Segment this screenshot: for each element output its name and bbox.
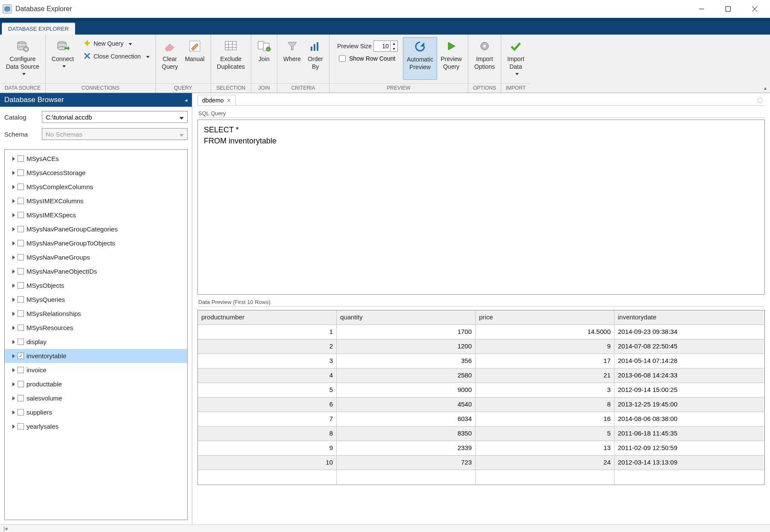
expand-icon[interactable] xyxy=(12,409,15,416)
new-query-button[interactable]: New Query xyxy=(80,37,153,50)
table-item[interactable]: MSysNavPaneGroups xyxy=(5,250,187,264)
expand-icon[interactable] xyxy=(12,240,15,247)
nav-first-button[interactable]: |◂ xyxy=(3,525,8,532)
table-checkbox[interactable] xyxy=(18,381,24,387)
table-checkbox[interactable] xyxy=(18,198,24,204)
table-item[interactable]: inventorytable xyxy=(5,349,187,363)
ribbon-tab-database-explorer[interactable]: DATABASE EXPLORER xyxy=(2,23,75,35)
expand-icon[interactable] xyxy=(12,352,15,360)
table-checkbox[interactable] xyxy=(18,367,24,373)
table-item[interactable]: MSysObjects xyxy=(5,278,187,292)
expand-icon[interactable] xyxy=(12,225,15,233)
expand-icon[interactable] xyxy=(12,169,15,176)
table-checkbox[interactable] xyxy=(18,395,24,401)
exclude-duplicates-button[interactable]: Exclude Duplicates xyxy=(214,37,248,80)
table-checkbox[interactable] xyxy=(18,184,24,190)
expand-icon[interactable] xyxy=(12,268,15,275)
column-header[interactable]: productnumber xyxy=(198,310,337,325)
sql-query-editor[interactable]: SELECT * FROM inventorytable xyxy=(197,120,765,295)
table-checkbox[interactable] xyxy=(18,423,24,430)
table-checkbox[interactable] xyxy=(18,409,24,415)
table-item[interactable]: MSysRelationships xyxy=(5,307,187,321)
expand-icon[interactable] xyxy=(12,282,15,289)
table-checkbox[interactable] xyxy=(18,170,24,176)
table-row[interactable]: 8835052011-06-18 11:45:35 xyxy=(198,427,764,441)
configure-data-source-button[interactable]: Configure Data Source xyxy=(3,37,43,80)
table-checkbox[interactable] xyxy=(18,339,24,345)
tabs-overflow-button[interactable]: ◌ xyxy=(757,96,763,104)
table-item[interactable]: MSysQueries xyxy=(5,292,187,307)
spinner-down-button[interactable]: ▼ xyxy=(391,46,397,51)
table-row[interactable]: 92339132011-02-09 12:50:59 xyxy=(198,441,764,456)
column-header[interactable]: inventorydate xyxy=(614,310,764,325)
table-checkbox[interactable] xyxy=(18,226,24,232)
preview-query-button[interactable]: Preview Query xyxy=(437,37,465,80)
clear-query-button[interactable]: Clear Query xyxy=(159,37,182,80)
catalog-combo[interactable]: C:\tutorial.accdb xyxy=(42,111,188,123)
connect-button[interactable]: Connect xyxy=(48,37,77,80)
table-item[interactable]: yearlysales xyxy=(5,419,187,433)
table-item[interactable]: MSysResources xyxy=(5,321,187,335)
tables-tree[interactable]: MSysACEsMSysAccessStorageMSysComplexColu… xyxy=(4,149,188,520)
table-item[interactable]: suppliers xyxy=(5,405,187,419)
preview-size-spinner[interactable]: ▲ ▼ xyxy=(373,41,398,52)
expand-icon[interactable] xyxy=(12,197,15,205)
table-checkbox[interactable] xyxy=(18,254,24,260)
sidebar-collapse-icon[interactable]: ◂ xyxy=(185,97,188,103)
maximize-button[interactable] xyxy=(715,0,741,18)
expand-icon[interactable] xyxy=(12,324,15,331)
column-header[interactable]: quantity xyxy=(337,310,476,325)
minimize-button[interactable] xyxy=(689,0,714,18)
table-item[interactable]: invoice xyxy=(5,363,187,377)
expand-icon[interactable] xyxy=(12,211,15,219)
expand-icon[interactable] xyxy=(12,395,15,402)
spinner-up-button[interactable]: ▲ xyxy=(391,41,397,46)
table-item[interactable]: MSysNavPaneObjectIDs xyxy=(5,264,187,278)
table-row[interactable]: 76034162014-08-06 08:38:00 xyxy=(198,412,764,427)
expand-icon[interactable] xyxy=(12,380,15,388)
table-item[interactable]: MSysComplexColumns xyxy=(5,180,187,194)
table-row[interactable]: 42580212013-06-08 14:24:33 xyxy=(198,368,764,383)
table-item[interactable]: display xyxy=(5,335,187,349)
expand-icon[interactable] xyxy=(12,254,15,261)
table-row[interactable]: 5900032012-09-14 15:00:25 xyxy=(198,383,764,398)
column-header[interactable]: price xyxy=(476,310,614,325)
table-checkbox[interactable] xyxy=(18,240,24,246)
expand-icon[interactable] xyxy=(12,296,15,303)
table-item[interactable]: MSysIMEXSpecs xyxy=(5,208,187,222)
table-row[interactable]: 10723242012-03-14 13:13:09 xyxy=(198,456,764,470)
show-row-count-input[interactable] xyxy=(339,55,346,62)
ribbon-collapse-button[interactable]: ▴ xyxy=(764,85,767,91)
table-row[interactable]: 1170014.50002014-09-23 09:38:34 xyxy=(198,325,764,339)
table-row[interactable]: 3356172014-05-14 07:14:28 xyxy=(198,354,764,368)
table-checkbox[interactable] xyxy=(18,212,24,218)
automatic-preview-button[interactable]: Automatic Preview xyxy=(403,37,437,80)
expand-icon[interactable] xyxy=(12,423,15,430)
table-checkbox[interactable] xyxy=(18,155,24,162)
preview-size-input[interactable] xyxy=(374,43,390,50)
table-item[interactable]: MSysIMEXColumns xyxy=(5,194,187,208)
order-by-button[interactable]: Order By xyxy=(304,37,326,80)
manual-button[interactable]: Manual xyxy=(182,37,208,80)
join-button[interactable]: + Join xyxy=(254,37,274,80)
table-row[interactable]: 2120092014-07-08 22:50:45 xyxy=(198,339,764,354)
show-row-count-checkbox[interactable]: Show Row Count xyxy=(339,55,396,62)
table-checkbox[interactable] xyxy=(18,324,24,331)
close-connection-button[interactable]: Close Connection xyxy=(80,50,153,63)
expand-icon[interactable] xyxy=(12,338,15,345)
expand-icon[interactable] xyxy=(12,155,15,162)
table-item[interactable]: MSysNavPaneGroupCategories xyxy=(5,222,187,236)
expand-icon[interactable] xyxy=(12,183,15,190)
table-checkbox[interactable] xyxy=(18,310,24,317)
table-checkbox[interactable] xyxy=(18,268,24,275)
close-button[interactable] xyxy=(742,0,767,18)
table-item[interactable]: salesvolume xyxy=(5,391,187,405)
expand-icon[interactable] xyxy=(12,310,15,317)
expand-icon[interactable] xyxy=(12,366,15,374)
import-data-button[interactable]: Import Data xyxy=(504,37,528,80)
table-row[interactable]: 6454082013-12-25 19:45:00 xyxy=(198,398,764,412)
close-icon[interactable]: ✕ xyxy=(226,97,231,104)
table-item[interactable]: MSysACEs xyxy=(5,152,187,166)
table-checkbox[interactable] xyxy=(18,282,24,289)
table-item[interactable]: producttable xyxy=(5,377,187,391)
